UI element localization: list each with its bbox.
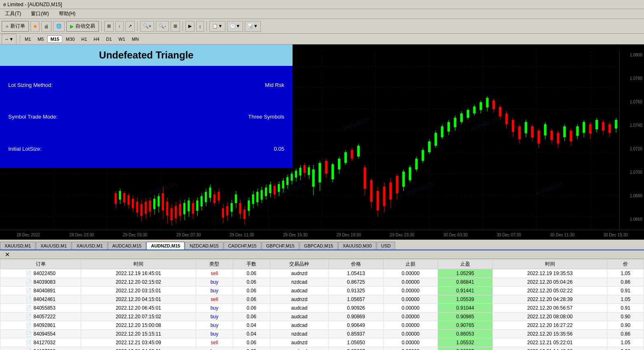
overlay-label-0: Lot Sizing Method: [8, 82, 146, 88]
overlay-title: Undefeated Triangle [0, 49, 293, 61]
time-11: 30 Dec 15:30 [589, 233, 642, 237]
svg-rect-173 [218, 192, 220, 201]
svg-rect-135 [136, 202, 138, 212]
toolbar-period[interactable]: ↕ [196, 21, 204, 32]
svg-rect-157 [183, 203, 185, 214]
svg-rect-197 [269, 184, 271, 193]
orders-header-bar: ✕ [0, 250, 644, 259]
timeframe-bar: ↔▼ M1 M5 M15 M30 H1 H4 D1 W1 MN [0, 34, 644, 44]
toolbar-btn-3[interactable]: 🌐 [53, 21, 65, 32]
cell-order: 📄84039083 [0, 278, 81, 287]
svg-rect-81 [505, 113, 508, 124]
tf-h4[interactable]: H4 [91, 35, 102, 43]
toolbar-bar[interactable]: ↗ [125, 21, 135, 32]
svg-rect-59 [435, 133, 437, 146]
auto-trade-button[interactable]: ▶ 自动交易 [66, 21, 99, 32]
cell-lots: 0.04 [233, 330, 270, 338]
cell-order: 📄84040891 [0, 287, 81, 295]
tab-usd[interactable]: USD [377, 242, 395, 250]
cell-tp: 0.86083 [438, 347, 492, 350]
table-row: 📄84127032 2022.12.21 03:45:09 sell 0.06 … [0, 338, 644, 347]
price-2: 1.0780 [621, 76, 642, 81]
toolbar-clock[interactable]: 🕐▼ [227, 21, 243, 32]
cell-type: buy [196, 304, 233, 313]
cell-time: 2022.12.20 02:15:02 [81, 278, 196, 287]
cell-time: 2022.12.20 15:15:11 [81, 330, 196, 338]
time-0: 28 Dec 2022 [2, 233, 55, 237]
toolbar-template[interactable]: 📋▼ [209, 21, 225, 32]
cell-close-price: 1.05 [607, 269, 644, 278]
toolbar-arrow[interactable]: ▶ [185, 21, 194, 32]
toolbar-grid[interactable]: ⊞ [171, 21, 180, 32]
tf-d1[interactable]: D1 [103, 35, 115, 43]
new-order-button[interactable]: + 新订单 [2, 21, 29, 32]
overlay-row-0: Lot Sizing Method: Mid Rsk [0, 80, 293, 90]
toolbar-chart-type[interactable]: ⊞ [104, 21, 114, 32]
menu-tools[interactable]: 工具(T) [3, 9, 23, 18]
tf-w1[interactable]: W1 [115, 35, 128, 43]
svg-rect-145 [157, 196, 159, 206]
cell-close-price: 1.05 [607, 338, 644, 347]
svg-rect-131 [127, 195, 129, 205]
tf-m15[interactable]: M15 [47, 35, 62, 43]
overlay-row-2: Initial LotSize: 0.05 [0, 144, 293, 154]
tab-audnzd-m15[interactable]: AUDNZD,M15 [146, 242, 185, 250]
tab-gbpchf-m15[interactable]: GBPCHF,M15 [262, 242, 299, 250]
toolbar-btn-1[interactable]: ◆ [30, 21, 40, 32]
svg-rect-77 [492, 100, 495, 109]
price-1: 1.0800 [621, 53, 642, 57]
cell-price: 0.90649 [329, 321, 383, 330]
time-axis: 28 Dec 2022 28 Dec 23:30 29 Dec 03:30 29… [0, 230, 644, 240]
menu-window[interactable]: 窗口(W) [29, 9, 50, 18]
svg-rect-89 [531, 126, 534, 138]
orders-close-button[interactable]: ✕ [3, 251, 12, 258]
svg-rect-179 [231, 203, 233, 212]
toolbar-btn-2[interactable]: 🖨 [41, 21, 52, 32]
toolbar-zoom-out[interactable]: 🔍- [156, 21, 169, 32]
tf-m1[interactable]: M1 [22, 35, 34, 43]
chart-canvas[interactable]: ▼ AUDNZD,M15 1.07380 1.07396 1.07317 1.0… [0, 44, 644, 230]
tab-nzdcad-m15[interactable]: NZDCAD,M15 [185, 242, 223, 250]
tab-audcad-m15[interactable]: AUDCAD,M15 [108, 242, 146, 250]
tab-xauusd-m1-1[interactable]: XAUUSD,M1 [0, 242, 35, 250]
title-bar: e Limited - [AUDNZD,M15] [0, 0, 644, 9]
menu-help[interactable]: 帮助(H) [57, 9, 77, 18]
tab-xauusd-m1-3[interactable]: XAUUSD,M1 [72, 242, 107, 250]
svg-rect-171 [213, 194, 215, 203]
order-icon: 📄 [26, 288, 32, 294]
cell-symbol: audcad [270, 313, 329, 321]
tf-m30[interactable]: M30 [63, 35, 77, 43]
toolbar-settings[interactable]: 📊▼ [245, 21, 261, 32]
tf-m5[interactable]: M5 [35, 35, 47, 43]
order-icon: 📄 [26, 314, 32, 320]
cell-lots: 0.06 [233, 304, 270, 313]
svg-rect-189 [252, 194, 254, 204]
time-2: 29 Dec 03:30 [108, 233, 162, 237]
svg-rect-97 [557, 133, 559, 144]
tab-cadchf-m15[interactable]: CADCHF,M15 [224, 242, 261, 250]
cell-close-time: 2022.12.20 05:04:26 [492, 278, 607, 287]
tf-h1[interactable]: H1 [78, 35, 90, 43]
overlay-value-1: Three Symbols [146, 114, 284, 120]
cell-type: sell [196, 295, 233, 304]
toolbar-zoom-in[interactable]: 🔍+ [140, 21, 154, 32]
cell-time: 2022.12.21 03:45:09 [81, 338, 196, 347]
tab-xauusd-m1-2[interactable]: XAUUSD,M1 [36, 242, 71, 250]
svg-rect-21 [312, 169, 315, 187]
toolbar-line[interactable]: ↑ [115, 21, 124, 32]
cell-sl: 0.00000 [383, 321, 438, 330]
cell-symbol: audcad [270, 304, 329, 313]
cell-price: 1.05650 [329, 338, 383, 347]
orders-table-wrapper[interactable]: 订单 时间 类型 手数 交易品种 价格 止损 止盈 时间 价 📄84022450… [0, 259, 644, 350]
cell-tp: 0.91441 [438, 287, 492, 295]
time-1: 28 Dec 23:30 [55, 233, 109, 237]
cell-lots: 0.06 [233, 295, 270, 304]
cell-tp: 1.05532 [438, 338, 492, 347]
tab-gbpcad-m15[interactable]: GBPCAD,M15 [300, 242, 338, 250]
cell-sl: 0.00000 [383, 330, 438, 338]
tab-xauusd-m30[interactable]: XAUUSD,M30 [338, 242, 376, 250]
tf-mn[interactable]: MN [129, 35, 142, 43]
svg-rect-139 [145, 202, 147, 214]
time-5: 29 Dec 15:30 [269, 233, 322, 237]
tf-selector[interactable]: ↔▼ [2, 34, 16, 44]
